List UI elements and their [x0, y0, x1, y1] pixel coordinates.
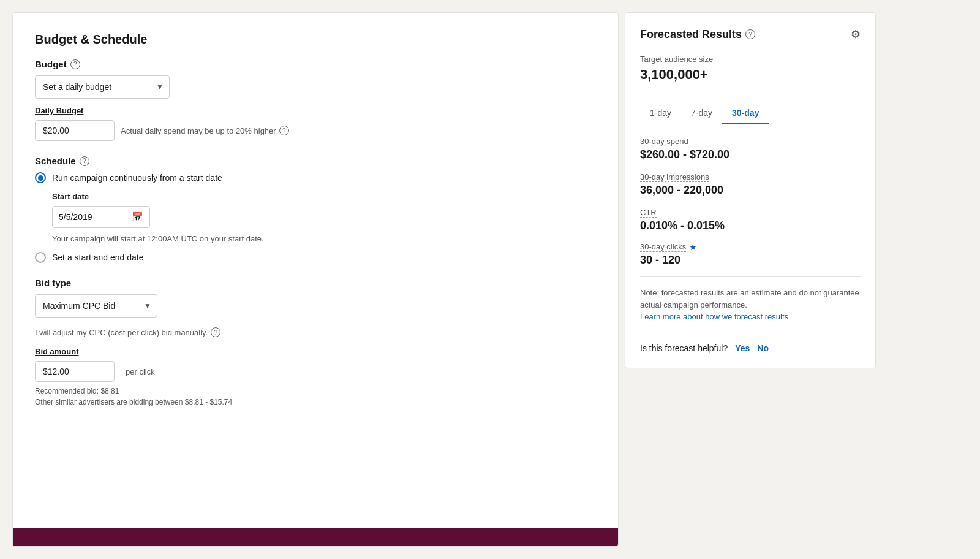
bid-type-select[interactable]: Maximum CPC Bid: [35, 294, 157, 318]
helpful-section: Is this forecast helpful? Yes No: [640, 333, 861, 353]
daily-budget-input-row: Actual daily spend may be up to 20% high…: [35, 120, 596, 141]
daily-budget-subsection: Daily Budget Actual daily spend may be u…: [35, 106, 596, 141]
sidebar-panel: Forecasted Results ? ⚙ Target audience s…: [625, 12, 876, 368]
metric-ctr: CTR 0.010% - 0.015%: [640, 207, 861, 232]
start-date-section: Start date 📅 Your campaign will start at…: [52, 192, 596, 243]
bid-type-section: Bid type Maximum CPC Bid ▼ I will adjust…: [35, 278, 596, 406]
recommended-bid-text: Recommended bid: $8.81: [35, 387, 596, 395]
radio-continuous-circle[interactable]: [35, 172, 46, 183]
daily-budget-hint-icon[interactable]: ?: [279, 126, 289, 135]
helpful-yes-button[interactable]: Yes: [735, 343, 750, 353]
bid-amount-label: Bid amount: [35, 347, 596, 356]
start-date-input[interactable]: [59, 212, 132, 222]
gear-icon[interactable]: ⚙: [851, 28, 861, 41]
metric-impressions-value: 36,000 - 220,000: [640, 184, 861, 197]
daily-budget-label: Daily Budget: [35, 106, 596, 115]
metric-clicks-value: 30 - 120: [640, 254, 861, 267]
sidebar-title-row: Forecasted Results ?: [640, 28, 755, 41]
helpful-question: Is this forecast helpful?: [640, 343, 728, 353]
tab-30-day[interactable]: 30-day: [722, 103, 769, 124]
audience-size-value: 3,100,000+: [640, 67, 861, 83]
radio-start-end[interactable]: Set a start and end date: [35, 252, 596, 263]
forecast-tabs: 1-day 7-day 30-day: [640, 103, 861, 124]
learn-more-link[interactable]: Learn more about how we forecast results: [640, 312, 788, 321]
bid-amount-section: Bid amount per click Recommended bid: $8…: [35, 347, 596, 406]
bid-hint: I will adjust my CPC (cost per click) bi…: [35, 327, 596, 337]
radio-start-end-label: Set a start and end date: [52, 253, 143, 262]
forecast-help-icon[interactable]: ?: [745, 29, 755, 39]
metric-clicks-label-row: 30-day clicks ★: [640, 242, 861, 252]
tab-7-day[interactable]: 7-day: [681, 103, 722, 124]
forecast-note: Note: forecasted results are an estimate…: [640, 276, 861, 323]
daily-budget-input[interactable]: [35, 120, 115, 141]
metric-30-day-clicks: 30-day clicks ★ 30 - 120: [640, 242, 861, 267]
schedule-section: Schedule ? Run campaign continuously fro…: [35, 156, 596, 263]
schedule-help-icon[interactable]: ?: [80, 156, 89, 166]
bid-type-label-row: Bid type: [35, 278, 596, 288]
other-advertisers-text: Other similar advertisers are bidding be…: [35, 398, 596, 406]
schedule-label-row: Schedule ?: [35, 156, 596, 166]
metric-spend-label: 30-day spend: [640, 137, 688, 146]
start-date-label: Start date: [52, 192, 596, 201]
metric-30-day-spend: 30-day spend $260.00 - $720.00: [640, 135, 861, 161]
bottom-bar: [13, 528, 618, 546]
budget-label: Budget: [35, 59, 67, 69]
daily-budget-hint: Actual daily spend may be up to 20% high…: [121, 126, 289, 135]
budget-type-select[interactable]: Set a daily budget: [35, 75, 170, 99]
tab-1-day[interactable]: 1-day: [640, 103, 681, 124]
campaign-start-info: Your campaign will start at 12:00AM UTC …: [52, 234, 596, 243]
page-title: Budget & Schedule: [35, 32, 596, 47]
calendar-icon[interactable]: 📅: [132, 211, 143, 222]
budget-type-select-wrapper[interactable]: Set a daily budget ▼: [35, 75, 170, 99]
schedule-label: Schedule: [35, 156, 76, 166]
metric-impressions-label: 30-day impressions: [640, 172, 709, 182]
note-text: Note: forecasted results are an estimate…: [640, 288, 859, 310]
main-panel: Budget & Schedule Budget ? Set a daily b…: [12, 12, 619, 547]
metric-clicks-label: 30-day clicks: [640, 242, 686, 252]
audience-section: Target audience size 3,100,000+: [640, 53, 861, 93]
star-icon: ★: [689, 242, 697, 252]
per-click-text: per click: [126, 367, 155, 376]
radio-continuous-label: Run campaign continuously from a start d…: [52, 173, 222, 183]
bid-type-select-wrapper[interactable]: Maximum CPC Bid ▼: [35, 294, 157, 318]
budget-help-icon[interactable]: ?: [70, 59, 80, 69]
sidebar-header: Forecasted Results ? ⚙: [640, 28, 861, 41]
metric-ctr-value: 0.010% - 0.015%: [640, 219, 861, 232]
audience-label: Target audience size: [640, 55, 713, 64]
bid-amount-input-row: per click: [35, 361, 596, 382]
forecasted-results-title: Forecasted Results: [640, 28, 742, 41]
budget-label-row: Budget ?: [35, 59, 596, 69]
helpful-no-button[interactable]: No: [757, 343, 769, 353]
metric-spend-value: $260.00 - $720.00: [640, 148, 861, 161]
metric-ctr-label: CTR: [640, 208, 657, 218]
radio-continuous[interactable]: Run campaign continuously from a start d…: [35, 172, 596, 183]
start-date-input-wrapper[interactable]: 📅: [52, 206, 150, 228]
bid-hint-help-icon[interactable]: ?: [211, 327, 221, 337]
metric-30-day-impressions: 30-day impressions 36,000 - 220,000: [640, 171, 861, 197]
bid-amount-input[interactable]: [35, 361, 115, 382]
radio-start-end-circle[interactable]: [35, 252, 46, 263]
bid-type-label: Bid type: [35, 278, 71, 288]
